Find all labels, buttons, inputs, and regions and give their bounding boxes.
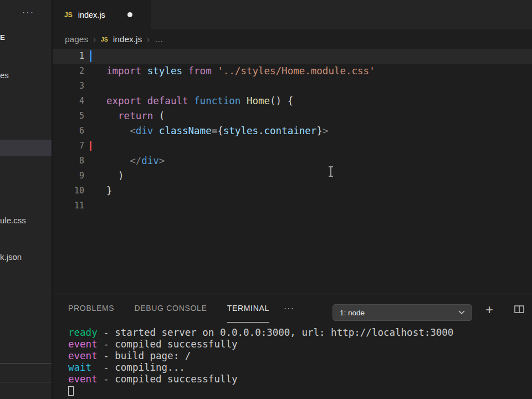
code-line-9[interactable]: 9 )	[53, 168, 532, 183]
sidebar-section-header-partial[interactable]: E	[0, 33, 6, 42]
split-terminal-icon[interactable]	[514, 305, 524, 313]
chevron-right-icon: ›	[93, 35, 96, 44]
code-line-7[interactable]: 7	[53, 139, 532, 154]
mouse-cursor-ibeam	[330, 167, 331, 176]
tab-label: index.js	[78, 11, 105, 19]
sidebar-more-actions-icon[interactable]: ···	[22, 8, 34, 18]
panel-header: PROBLEMSDEBUG CONSOLETERMINAL ··· 1: nod…	[53, 294, 532, 323]
sidebar-section-divider	[0, 382, 52, 382]
terminal-line: event - compiled successfully	[68, 374, 532, 385]
line-number[interactable]: 6	[53, 124, 84, 139]
chevron-right-icon: ›	[147, 35, 150, 44]
js-file-icon: JS	[64, 11, 73, 19]
terminal-lines: ready - started server on 0.0.0.0:3000, …	[68, 327, 532, 396]
explorer-sidebar: ··· E es ule.css k.json	[0, 0, 53, 399]
line-number[interactable]: 11	[53, 198, 84, 213]
code-line-1[interactable]: 1	[53, 49, 532, 64]
line-number[interactable]: 4	[53, 94, 84, 109]
tab-index-js[interactable]: JS index.js	[53, 0, 151, 29]
sidebar-selected-item[interactable]	[0, 140, 52, 156]
bottom-panel: PROBLEMSDEBUG CONSOLETERMINAL ··· 1: nod…	[53, 294, 532, 399]
code-line-8[interactable]: 8 </div>	[53, 154, 532, 168]
line-number[interactable]: 2	[53, 64, 84, 79]
terminal-line: event - compiled successfully	[68, 339, 532, 350]
unsaved-changes-dot-icon[interactable]	[127, 12, 132, 17]
terminal-output[interactable]: ready - started server on 0.0.0.0:3000, …	[53, 323, 532, 399]
line-number[interactable]: 5	[53, 109, 84, 124]
code-text: )	[106, 168, 124, 183]
chevron-down-icon	[458, 310, 465, 315]
panel-tabs: PROBLEMSDEBUG CONSOLETERMINAL	[68, 294, 269, 323]
code-text: }	[106, 183, 112, 198]
sidebar-section-divider	[0, 363, 52, 364]
terminal-instance-dropdown[interactable]: 1: node	[332, 304, 472, 321]
panel-tab-problems[interactable]: PROBLEMS	[68, 294, 114, 323]
new-terminal-icon[interactable]: +	[485, 294, 493, 325]
code-line-6[interactable]: 6 <div className={styles.container}>	[53, 124, 532, 139]
line-number[interactable]: 10	[53, 183, 84, 198]
line-number[interactable]: 7	[53, 139, 84, 154]
terminal-line: event - build page: /	[68, 350, 532, 362]
sidebar-tree-item-partial[interactable]: ule.css	[0, 216, 26, 225]
code-line-2[interactable]: 2import styles from '../styles/Home.modu…	[53, 64, 532, 79]
code-editor[interactable]: 12import styles from '../styles/Home.mod…	[53, 49, 532, 294]
code-text: </div>	[106, 154, 165, 168]
sidebar-tree-item-partial[interactable]: k.json	[0, 252, 22, 262]
panel-tab-debug-console[interactable]: DEBUG CONSOLE	[134, 294, 207, 323]
editor-group: JS index.js pages › JS index.js › … 12im…	[53, 0, 532, 399]
breadcrumb: pages › JS index.js › …	[53, 29, 532, 49]
tab-bar: JS index.js	[53, 0, 532, 29]
code-line-3[interactable]: 3	[53, 79, 532, 94]
code-text: export default function Home() {	[106, 94, 293, 109]
terminal-block-cursor	[68, 386, 74, 396]
code-line-10[interactable]: 10}	[53, 183, 532, 198]
panel-more-actions-icon[interactable]: ···	[284, 294, 294, 323]
breadcrumb-symbol-ellipsis[interactable]: …	[155, 34, 163, 44]
line-number[interactable]: 8	[53, 154, 84, 168]
panel-tab-terminal[interactable]: TERMINAL	[227, 294, 269, 323]
terminal-dropdown-value: 1: node	[340, 309, 365, 317]
terminal-line: wait - compiling...	[68, 362, 532, 374]
line-number[interactable]: 9	[53, 168, 84, 183]
code-text: <div className={styles.container}>	[106, 124, 328, 139]
breadcrumb-folder[interactable]: pages	[65, 34, 88, 44]
code-line-5[interactable]: 5 return (	[53, 109, 532, 124]
code-text: import styles from '../styles/Home.modul…	[106, 64, 375, 79]
js-file-icon: JS	[101, 36, 108, 43]
line-number[interactable]: 1	[53, 49, 84, 64]
breadcrumb-file[interactable]: index.js	[113, 34, 142, 44]
code-text: return (	[106, 109, 165, 124]
code-line-4[interactable]: 4export default function Home() {	[53, 94, 532, 109]
line-number[interactable]: 3	[53, 79, 84, 94]
sidebar-tree-item-partial[interactable]: es	[0, 70, 9, 80]
text-cursor	[90, 50, 91, 62]
terminal-line: ready - started server on 0.0.0.0:3000, …	[68, 327, 532, 339]
code-line-11[interactable]: 11	[53, 198, 532, 213]
vscode-window: ··· E es ule.css k.json JS index.js page…	[0, 0, 532, 399]
gutter-marker	[90, 141, 91, 151]
code-lines: 12import styles from '../styles/Home.mod…	[53, 49, 532, 213]
